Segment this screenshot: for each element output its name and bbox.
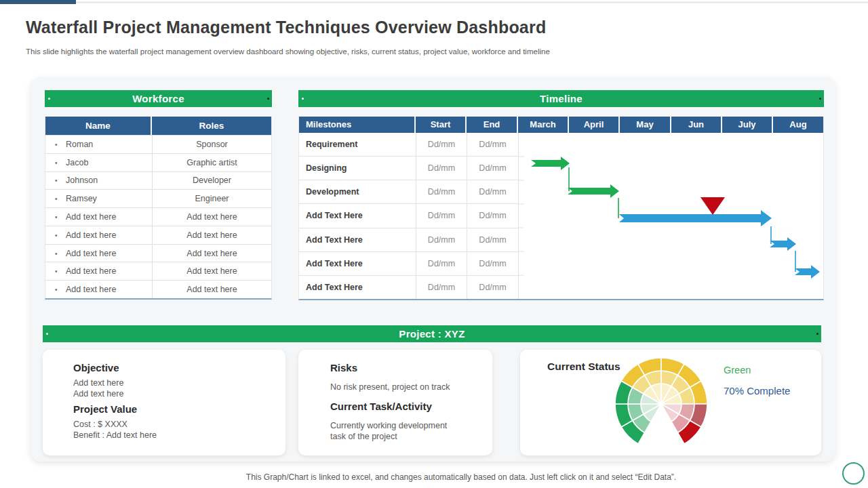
bullet-icon: • bbox=[55, 231, 58, 239]
workforce-table: Name Roles •RomanSponsor•JacobGraphic ar… bbox=[45, 117, 272, 300]
workforce-column-roles: Roles bbox=[152, 117, 271, 135]
table-row: DesigningDd/mmDd/mm bbox=[299, 157, 518, 180]
current-status-card: Current Status Green 70% Complete bbox=[520, 350, 821, 455]
workforce-name-cell: •Johnson bbox=[45, 176, 152, 185]
top-divider-line bbox=[76, 1, 868, 3]
workforce-name-cell: •Ramsey bbox=[45, 194, 152, 203]
workforce-table-header: Name Roles bbox=[45, 117, 271, 135]
table-row: Add Text HereDd/mmDd/mm bbox=[299, 276, 518, 299]
table-row: •Add text hereAdd text here bbox=[45, 262, 271, 280]
milestone-marker-triangle[interactable] bbox=[701, 197, 725, 215]
current-task-line[interactable]: Currently working development bbox=[330, 420, 486, 431]
start-date-cell[interactable]: Dd/mm bbox=[416, 133, 467, 156]
gantt-arrow[interactable] bbox=[770, 237, 796, 251]
timeline-column-header: Milestones bbox=[299, 117, 416, 133]
end-date-cell[interactable]: Dd/mm bbox=[467, 204, 518, 227]
workforce-name-cell[interactable]: •Add text here bbox=[45, 230, 152, 240]
bullet-icon: • bbox=[55, 249, 58, 257]
risks-note[interactable]: No risk present, project on track bbox=[330, 382, 486, 392]
timeline-column-header: March bbox=[518, 117, 569, 133]
project-benefit-line[interactable]: Benefit : Add text here bbox=[73, 430, 279, 441]
current-task-line[interactable]: task of the project bbox=[330, 431, 486, 442]
start-date-cell[interactable]: Dd/mm bbox=[416, 180, 467, 203]
objective-line[interactable]: Add text here bbox=[73, 388, 279, 399]
banner-bullet-right bbox=[267, 98, 269, 100]
workforce-column-name: Name bbox=[45, 117, 152, 135]
milestone-cell[interactable]: Add Text Here bbox=[299, 252, 416, 275]
project-value-title: Project Value bbox=[73, 403, 279, 415]
gantt-arrow[interactable] bbox=[568, 184, 619, 198]
end-date-cell[interactable]: Dd/mm bbox=[467, 133, 518, 156]
milestone-cell[interactable]: Add Text Here bbox=[299, 204, 416, 227]
table-row: RequirementDd/mmDd/mm bbox=[299, 133, 518, 157]
workforce-name-cell[interactable]: •Add text here bbox=[45, 249, 152, 258]
risks-card: Risks No risk present, project on track … bbox=[298, 350, 492, 455]
banner-bullet-left bbox=[46, 333, 48, 335]
timeline-column-header: End bbox=[467, 117, 518, 133]
project-banner: Project : XYZ bbox=[43, 325, 821, 342]
milestone-cell[interactable]: Add Text Here bbox=[299, 228, 416, 251]
start-date-cell[interactable]: Dd/mm bbox=[416, 276, 467, 299]
workforce-name-cell: •Jacob bbox=[45, 158, 152, 167]
gantt-arrow[interactable] bbox=[619, 210, 772, 226]
end-date-cell[interactable]: Dd/mm bbox=[467, 180, 518, 203]
table-row: •RamseyEngineer bbox=[45, 189, 271, 207]
banner-bullet-left bbox=[302, 98, 304, 100]
project-cost-line[interactable]: Cost : $ XXXX bbox=[73, 419, 279, 430]
timeline-table-header: MilestonesStartEndMarchAprilMayJunJulyAu… bbox=[299, 117, 823, 133]
table-row: Add Text HereDd/mmDd/mm bbox=[299, 204, 518, 228]
table-row: •JohnsonDeveloper bbox=[45, 171, 271, 190]
workforce-role-cell[interactable]: Add text here bbox=[152, 208, 271, 226]
workforce-role-cell: Sponsor bbox=[152, 136, 271, 153]
timeline-column-header: Jun bbox=[671, 117, 722, 133]
gantt-chart[interactable] bbox=[518, 133, 823, 299]
workforce-banner-label: Workforce bbox=[132, 93, 184, 104]
current-task-title: Current Task/Activity bbox=[330, 401, 486, 412]
end-date-cell[interactable]: Dd/mm bbox=[467, 157, 518, 180]
workforce-name-cell[interactable]: •Add text here bbox=[45, 266, 152, 276]
table-row: •JacobGraphic artist bbox=[45, 153, 271, 171]
workforce-role-cell: Engineer bbox=[152, 190, 271, 207]
workforce-role-cell[interactable]: Add text here bbox=[152, 262, 271, 280]
bullet-icon: • bbox=[55, 268, 58, 275]
table-row: •Add text hereAdd text here bbox=[45, 226, 271, 244]
table-row: DevelopmentDd/mmDd/mm bbox=[299, 180, 518, 204]
start-date-cell[interactable]: Dd/mm bbox=[416, 204, 467, 227]
start-date-cell[interactable]: Dd/mm bbox=[416, 228, 467, 251]
timeline-banner-label: Timeline bbox=[540, 93, 583, 104]
table-row: •Add text hereAdd text here bbox=[45, 244, 271, 262]
bullet-icon: • bbox=[55, 286, 58, 293]
start-date-cell[interactable]: Dd/mm bbox=[416, 157, 467, 180]
workforce-role-cell[interactable]: Add text here bbox=[152, 281, 271, 298]
table-row: Add Text HereDd/mmDd/mm bbox=[299, 228, 518, 252]
gantt-chart-svg[interactable] bbox=[519, 133, 824, 299]
table-row: •Add text hereAdd text here bbox=[45, 280, 271, 298]
timeline-column-header: July bbox=[722, 117, 773, 133]
objective-line[interactable]: Add text here bbox=[73, 378, 279, 388]
objective-title: Objective bbox=[73, 362, 279, 373]
milestone-cell[interactable]: Add Text Here bbox=[299, 276, 416, 299]
timeline-table: MilestonesStartEndMarchAprilMayJunJulyAu… bbox=[298, 117, 824, 300]
workforce-role-cell[interactable]: Add text here bbox=[152, 226, 271, 244]
gantt-arrow[interactable] bbox=[795, 265, 820, 279]
workforce-role-cell[interactable]: Add text here bbox=[152, 245, 271, 262]
project-banner-label: Project : XYZ bbox=[399, 328, 465, 340]
milestone-cell: Development bbox=[299, 180, 416, 203]
workforce-table-body: •RomanSponsor•JacobGraphic artist•Johnso… bbox=[45, 135, 271, 298]
status-gauge-chart[interactable] bbox=[607, 350, 715, 455]
workforce-name-cell[interactable]: •Add text here bbox=[45, 212, 152, 222]
timeline-column-header: April bbox=[569, 117, 620, 133]
banner-bullet-right bbox=[819, 98, 821, 100]
gantt-arrow[interactable] bbox=[531, 157, 570, 170]
bullet-icon: • bbox=[55, 177, 58, 184]
start-date-cell[interactable]: Dd/mm bbox=[416, 252, 467, 275]
timeline-column-header: Start bbox=[416, 117, 467, 133]
milestone-cell: Requirement bbox=[299, 133, 416, 156]
workforce-name-cell[interactable]: •Add text here bbox=[45, 285, 152, 294]
end-date-cell[interactable]: Dd/mm bbox=[467, 276, 518, 299]
end-date-cell[interactable]: Dd/mm bbox=[467, 228, 518, 251]
workforce-banner: Workforce bbox=[45, 90, 272, 107]
end-date-cell[interactable]: Dd/mm bbox=[467, 252, 518, 275]
footer-note: This Graph/Chart is linked to excel, and… bbox=[246, 472, 676, 482]
workforce-role-cell: Developer bbox=[152, 172, 271, 190]
